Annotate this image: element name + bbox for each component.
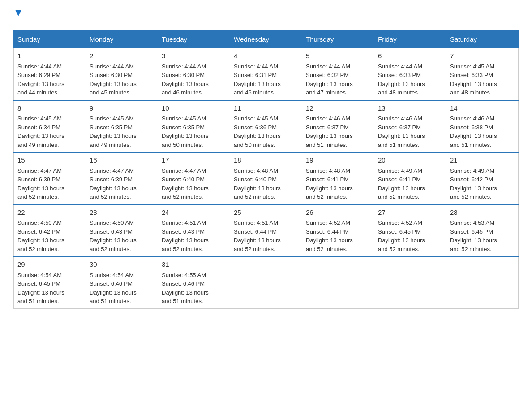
day-info: Sunrise: 4:49 AMSunset: 6:42 PMDaylight:… xyxy=(450,167,497,201)
calendar-cell xyxy=(302,257,374,308)
day-number: 19 xyxy=(306,155,370,166)
day-number: 11 xyxy=(234,103,298,114)
day-info: Sunrise: 4:48 AMSunset: 6:41 PMDaylight:… xyxy=(306,167,353,201)
calendar-cell: 28Sunrise: 4:53 AMSunset: 6:45 PMDayligh… xyxy=(446,205,519,257)
day-info: Sunrise: 4:47 AMSunset: 6:40 PMDaylight:… xyxy=(162,167,209,201)
day-info: Sunrise: 4:54 AMSunset: 6:46 PMDaylight:… xyxy=(90,272,137,305)
calendar-cell: 24Sunrise: 4:51 AMSunset: 6:43 PMDayligh… xyxy=(158,205,230,257)
day-number: 3 xyxy=(162,51,226,61)
calendar-cell: 8Sunrise: 4:45 AMSunset: 6:34 PMDaylight… xyxy=(14,100,86,153)
day-header-tuesday: Tuesday xyxy=(158,31,230,48)
day-info: Sunrise: 4:48 AMSunset: 6:40 PMDaylight:… xyxy=(234,167,281,201)
day-info: Sunrise: 4:51 AMSunset: 6:43 PMDaylight:… xyxy=(162,219,209,253)
day-number: 25 xyxy=(234,208,298,218)
day-info: Sunrise: 4:47 AMSunset: 6:39 PMDaylight:… xyxy=(90,167,137,201)
day-info: Sunrise: 4:45 AMSunset: 6:36 PMDaylight:… xyxy=(234,115,281,148)
day-info: Sunrise: 4:45 AMSunset: 6:34 PMDaylight:… xyxy=(17,115,64,148)
calendar-cell xyxy=(374,257,446,308)
calendar-cell: 27Sunrise: 4:52 AMSunset: 6:45 PMDayligh… xyxy=(374,205,446,257)
day-number: 5 xyxy=(306,51,370,61)
calendar-cell: 25Sunrise: 4:51 AMSunset: 6:44 PMDayligh… xyxy=(230,205,302,257)
logo xyxy=(13,9,22,22)
calendar-cell: 23Sunrise: 4:50 AMSunset: 6:43 PMDayligh… xyxy=(86,205,158,257)
calendar-cell: 1Sunrise: 4:44 AMSunset: 6:29 PMDaylight… xyxy=(14,48,86,100)
day-info: Sunrise: 4:50 AMSunset: 6:42 PMDaylight:… xyxy=(17,219,64,253)
day-number: 1 xyxy=(17,51,82,61)
calendar-cell: 26Sunrise: 4:52 AMSunset: 6:44 PMDayligh… xyxy=(302,205,374,257)
day-number: 9 xyxy=(90,103,154,114)
calendar-cell: 5Sunrise: 4:44 AMSunset: 6:32 PMDaylight… xyxy=(302,48,374,100)
calendar-cell: 10Sunrise: 4:45 AMSunset: 6:35 PMDayligh… xyxy=(158,100,230,153)
day-number: 13 xyxy=(378,103,442,114)
calendar-week-row: 1Sunrise: 4:44 AMSunset: 6:29 PMDaylight… xyxy=(14,48,519,100)
calendar-cell: 3Sunrise: 4:44 AMSunset: 6:30 PMDaylight… xyxy=(158,48,230,100)
page-header xyxy=(13,9,519,22)
calendar-cell: 7Sunrise: 4:45 AMSunset: 6:33 PMDaylight… xyxy=(446,48,519,100)
day-info: Sunrise: 4:45 AMSunset: 6:35 PMDaylight:… xyxy=(90,115,137,148)
svg-marker-0 xyxy=(15,10,21,16)
calendar-cell: 21Sunrise: 4:49 AMSunset: 6:42 PMDayligh… xyxy=(446,152,519,205)
day-info: Sunrise: 4:44 AMSunset: 6:31 PMDaylight:… xyxy=(234,63,281,96)
day-header-wednesday: Wednesday xyxy=(230,31,302,48)
day-header-friday: Friday xyxy=(374,31,446,48)
day-number: 18 xyxy=(234,155,298,166)
day-number: 6 xyxy=(378,51,442,61)
day-info: Sunrise: 4:50 AMSunset: 6:43 PMDaylight:… xyxy=(90,219,137,253)
day-info: Sunrise: 4:44 AMSunset: 6:29 PMDaylight:… xyxy=(17,63,64,96)
day-info: Sunrise: 4:55 AMSunset: 6:46 PMDaylight:… xyxy=(162,272,209,305)
day-number: 16 xyxy=(90,155,154,166)
day-info: Sunrise: 4:47 AMSunset: 6:39 PMDaylight:… xyxy=(17,167,64,201)
calendar-week-row: 15Sunrise: 4:47 AMSunset: 6:39 PMDayligh… xyxy=(14,152,519,205)
day-number: 15 xyxy=(17,155,82,166)
day-number: 28 xyxy=(450,208,515,218)
calendar-cell: 30Sunrise: 4:54 AMSunset: 6:46 PMDayligh… xyxy=(86,257,158,308)
day-header-thursday: Thursday xyxy=(302,31,374,48)
calendar-cell xyxy=(230,257,302,308)
calendar-cell: 6Sunrise: 4:44 AMSunset: 6:33 PMDaylight… xyxy=(374,48,446,100)
calendar-cell: 9Sunrise: 4:45 AMSunset: 6:35 PMDaylight… xyxy=(86,100,158,153)
calendar-cell: 31Sunrise: 4:55 AMSunset: 6:46 PMDayligh… xyxy=(158,257,230,308)
day-info: Sunrise: 4:52 AMSunset: 6:45 PMDaylight:… xyxy=(378,219,425,253)
day-info: Sunrise: 4:46 AMSunset: 6:37 PMDaylight:… xyxy=(306,115,353,148)
calendar-week-row: 22Sunrise: 4:50 AMSunset: 6:42 PMDayligh… xyxy=(14,205,519,257)
day-info: Sunrise: 4:53 AMSunset: 6:45 PMDaylight:… xyxy=(450,219,497,253)
calendar-cell: 19Sunrise: 4:48 AMSunset: 6:41 PMDayligh… xyxy=(302,152,374,205)
calendar-cell: 2Sunrise: 4:44 AMSunset: 6:30 PMDaylight… xyxy=(86,48,158,100)
day-info: Sunrise: 4:49 AMSunset: 6:41 PMDaylight:… xyxy=(378,167,425,201)
day-number: 31 xyxy=(162,260,226,270)
day-info: Sunrise: 4:44 AMSunset: 6:30 PMDaylight:… xyxy=(162,63,209,96)
day-number: 10 xyxy=(162,103,226,114)
day-number: 2 xyxy=(90,51,154,61)
day-header-sunday: Sunday xyxy=(14,31,86,48)
calendar-cell: 16Sunrise: 4:47 AMSunset: 6:39 PMDayligh… xyxy=(86,152,158,205)
day-number: 26 xyxy=(306,208,370,218)
calendar-cell: 4Sunrise: 4:44 AMSunset: 6:31 PMDaylight… xyxy=(230,48,302,100)
day-number: 23 xyxy=(90,208,154,218)
day-header-saturday: Saturday xyxy=(446,31,519,48)
calendar-cell: 20Sunrise: 4:49 AMSunset: 6:41 PMDayligh… xyxy=(374,152,446,205)
day-info: Sunrise: 4:46 AMSunset: 6:38 PMDaylight:… xyxy=(450,115,497,148)
calendar-cell: 14Sunrise: 4:46 AMSunset: 6:38 PMDayligh… xyxy=(446,100,519,153)
day-info: Sunrise: 4:44 AMSunset: 6:32 PMDaylight:… xyxy=(306,63,353,96)
day-info: Sunrise: 4:51 AMSunset: 6:44 PMDaylight:… xyxy=(234,219,281,253)
calendar-cell: 18Sunrise: 4:48 AMSunset: 6:40 PMDayligh… xyxy=(230,152,302,205)
day-number: 21 xyxy=(450,155,515,166)
logo-arrow-icon xyxy=(14,9,22,17)
day-info: Sunrise: 4:54 AMSunset: 6:45 PMDaylight:… xyxy=(17,272,64,305)
day-number: 17 xyxy=(162,155,226,166)
day-number: 4 xyxy=(234,51,298,61)
day-info: Sunrise: 4:45 AMSunset: 6:35 PMDaylight:… xyxy=(162,115,209,148)
calendar-cell: 13Sunrise: 4:46 AMSunset: 6:37 PMDayligh… xyxy=(374,100,446,153)
calendar-cell: 11Sunrise: 4:45 AMSunset: 6:36 PMDayligh… xyxy=(230,100,302,153)
day-number: 29 xyxy=(17,260,82,270)
day-number: 30 xyxy=(90,260,154,270)
day-info: Sunrise: 4:44 AMSunset: 6:33 PMDaylight:… xyxy=(378,63,425,96)
day-info: Sunrise: 4:44 AMSunset: 6:30 PMDaylight:… xyxy=(90,63,137,96)
calendar-cell: 22Sunrise: 4:50 AMSunset: 6:42 PMDayligh… xyxy=(14,205,86,257)
calendar-table: SundayMondayTuesdayWednesdayThursdayFrid… xyxy=(13,30,519,309)
day-number: 27 xyxy=(378,208,442,218)
day-number: 8 xyxy=(17,103,82,114)
day-number: 12 xyxy=(306,103,370,114)
calendar-cell: 29Sunrise: 4:54 AMSunset: 6:45 PMDayligh… xyxy=(14,257,86,308)
day-info: Sunrise: 4:52 AMSunset: 6:44 PMDaylight:… xyxy=(306,219,353,253)
